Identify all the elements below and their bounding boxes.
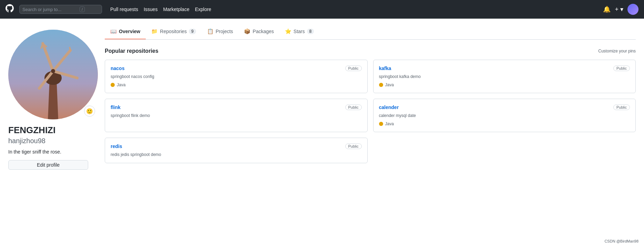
repo-badge-calender: Public [613,105,630,110]
edit-profile-button[interactable]: Edit profile [8,160,88,170]
repo-card-header: flink Public [111,105,362,110]
section-title: Popular repositories [105,48,159,54]
nav-marketplace[interactable]: Marketplace [163,7,189,12]
repo-name-nacos[interactable]: nacos [111,66,124,71]
search-input[interactable] [22,7,78,12]
repo-card-header: kafka Public [379,66,630,71]
user-avatar[interactable] [627,4,638,15]
profile-username: hanjizhou98 [8,137,88,145]
nav-explore[interactable]: Explore [195,7,211,12]
repo-card-header: nacos Public [111,66,362,71]
stars-count: 8 [307,29,314,34]
repo-card-header: calender Public [379,105,630,110]
svg-point-11 [51,69,55,73]
tab-packages[interactable]: 📦 Packages [238,24,279,39]
profile-tabs: 📖 Overview 📁 Repositories 9 📋 Projects 📦… [105,24,636,40]
repo-desc-nacos: springboot nacos config [111,74,362,80]
svg-line-10 [70,47,70,50]
repos-grid: nacos Public springboot nacos config Jav… [105,60,636,163]
repo-desc-flink: springboot flink demo [111,113,362,119]
github-logo-icon[interactable] [6,4,14,14]
repo-name-calender[interactable]: calender [379,105,399,110]
repo-name-redis[interactable]: redis [111,144,122,149]
customize-pins-link[interactable]: Customize your pins [598,49,636,53]
repo-lang-calender: Java [379,121,630,126]
emoji-icon[interactable]: 🙂 [84,106,95,117]
repo-lang-nacos: Java [111,82,362,87]
repo-desc-redis: redis jedis springboot demo [111,152,362,158]
repo-card-header: redis Public [111,144,362,149]
search-box[interactable]: / [19,5,102,14]
avatar-image [8,30,98,119]
navbar: / Pull requests Issues Marketplace Explo… [0,0,644,19]
profile-bio: In the tiger sniff the rose. [8,149,88,155]
repo-name-flink[interactable]: flink [111,105,121,110]
repositories-icon: 📁 [151,28,158,35]
notifications-button[interactable]: 🔔 [603,6,611,13]
avatar-container: 🙂 [8,30,98,119]
repo-card-calender: calender Public calender mysql date Java [373,99,636,132]
search-kbd: / [80,7,85,12]
repositories-count: 9 [189,29,196,34]
repo-lang-kafka: Java [379,82,630,87]
overview-icon: 📖 [110,28,117,35]
repo-desc-kafka: springboot kafka demo [379,74,630,80]
repo-card-nacos: nacos Public springboot nacos config Jav… [105,60,368,93]
packages-icon: 📦 [244,28,251,35]
nav-links: Pull requests Issues Marketplace Explore [110,7,211,12]
tab-overview[interactable]: 📖 Overview [105,24,146,39]
main-content: 📖 Overview 📁 Repositories 9 📋 Projects 📦… [96,19,644,246]
nav-right: 🔔 + ▾ [603,4,638,15]
page-content: 🙂 FENGZHIZI hanjizhou98 In the tiger sni… [0,19,644,246]
lang-dot-calender [379,122,383,126]
new-item-button[interactable]: + ▾ [615,6,623,13]
lang-dot-kafka [379,83,383,87]
profile-name: FENGZHIZI [8,125,88,136]
repo-badge-nacos: Public [345,66,362,71]
repo-card-flink: flink Public springboot flink demo [105,99,368,132]
repo-badge-flink: Public [345,105,362,110]
lang-dot-nacos [111,83,115,87]
nav-pull-requests[interactable]: Pull requests [110,7,138,12]
repo-badge-kafka: Public [613,66,630,71]
tab-stars[interactable]: ⭐ Stars 8 [279,24,319,39]
repo-desc-calender: calender mysql date [379,113,630,119]
stars-icon: ⭐ [285,28,292,35]
nav-issues[interactable]: Issues [144,7,157,12]
section-header: Popular repositories Customize your pins [105,48,636,54]
tab-repositories[interactable]: 📁 Repositories 9 [146,24,202,39]
repo-name-kafka[interactable]: kafka [379,66,391,71]
repo-card-kafka: kafka Public springboot kafka demo Java [373,60,636,93]
repo-badge-redis: Public [345,144,362,149]
sidebar: 🙂 FENGZHIZI hanjizhou98 In the tiger sni… [0,19,96,246]
projects-icon: 📋 [207,28,214,35]
tab-projects[interactable]: 📋 Projects [202,24,239,39]
footer-note: CSDN @BirdMan98 [604,239,638,243]
repo-card-redis: redis Public redis jedis springboot demo [105,138,368,164]
